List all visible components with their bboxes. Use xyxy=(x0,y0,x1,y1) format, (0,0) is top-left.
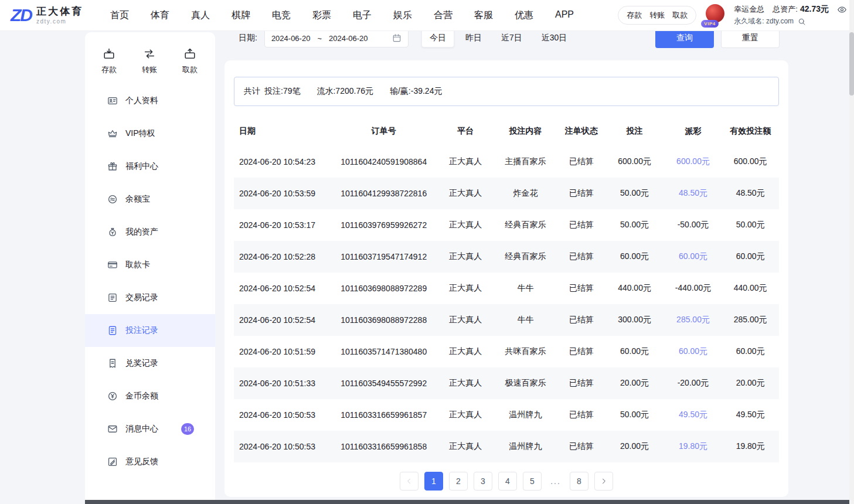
wallet-link[interactable]: 取款 xyxy=(672,10,688,21)
cell-bet-content: 炸金花 xyxy=(493,188,559,199)
cell-status: 已结算 xyxy=(558,441,604,452)
cell-date: 2024-06-20 10:53:17 xyxy=(234,220,329,230)
eye-icon[interactable] xyxy=(837,5,847,15)
sidebar-item[interactable]: 福利中心 xyxy=(85,150,215,183)
nav-item[interactable]: 体育 xyxy=(151,9,169,22)
cell-status: 已结算 xyxy=(558,378,604,389)
scrollbar-thumb[interactable] xyxy=(849,32,854,96)
sidebar-item[interactable]: 投注记录 xyxy=(85,314,215,347)
sidebar-item[interactable]: 意见反馈 xyxy=(85,445,215,478)
brand-logo-mark: ZD xyxy=(11,6,32,24)
date-separator: ~ xyxy=(317,34,322,43)
nav-item[interactable]: 电子 xyxy=(353,9,372,22)
page-button[interactable]: 8 xyxy=(570,472,588,491)
next-page-button[interactable] xyxy=(594,472,613,491)
sidebar-item-label: 消息中心 xyxy=(125,424,158,434)
sidebar-quick-action[interactable]: 转账 xyxy=(142,47,157,75)
nav-item[interactable]: 娱乐 xyxy=(393,9,412,22)
coin-icon xyxy=(107,391,118,401)
cell-payout: -440.00元 xyxy=(665,283,722,294)
table-row: 2024-06-20 10:51:331011603549455572992正大… xyxy=(234,367,779,399)
cell-platform: 正大真人 xyxy=(438,441,493,452)
sidebar-item-label: 我的资产 xyxy=(125,227,158,237)
cell-date: 2024-06-20 10:51:33 xyxy=(234,379,329,388)
page-button[interactable]: 3 xyxy=(474,472,492,491)
sidebar-item[interactable]: 金币余额 xyxy=(85,380,215,413)
sidebar-item[interactable]: 交易记录 xyxy=(85,281,215,314)
nav-item[interactable]: 首页 xyxy=(110,9,129,22)
sidebar-item[interactable]: 余额宝 xyxy=(85,183,215,216)
table-row: 2024-06-20 10:50:531011603316659961857正大… xyxy=(234,399,779,431)
cell-valid-bet: 600.00元 xyxy=(722,156,779,167)
sidebar-item[interactable]: 取款卡 xyxy=(85,248,215,281)
nav-item[interactable]: 棋牌 xyxy=(232,9,250,22)
withdraw-icon xyxy=(183,47,196,60)
query-button[interactable]: 查询 xyxy=(655,28,714,48)
reset-button[interactable]: 重置 xyxy=(721,28,780,48)
quick-range-group: 今日昨日近7日近30日 xyxy=(421,29,575,47)
cell-platform: 正大真人 xyxy=(438,156,493,167)
nav-item[interactable]: 彩票 xyxy=(312,9,331,22)
cell-payout: 49.50元 xyxy=(665,410,722,420)
cell-status: 已结算 xyxy=(558,220,604,230)
sidebar-quick-action[interactable]: 取款 xyxy=(182,47,198,75)
cell-order-number: 1011603698088972289 xyxy=(329,284,438,293)
page-button[interactable]: 1 xyxy=(424,472,443,491)
cell-status: 已结算 xyxy=(558,346,604,357)
range-chip[interactable]: 近30日 xyxy=(533,29,576,47)
nav-item[interactable]: 真人 xyxy=(191,9,210,22)
range-chip[interactable]: 今日 xyxy=(421,29,454,47)
nav-item[interactable]: 客服 xyxy=(474,9,493,22)
unread-badge: 16 xyxy=(181,423,194,435)
nav-item[interactable]: 优惠 xyxy=(515,9,533,22)
wallet-link[interactable]: 存款 xyxy=(627,10,642,21)
deposit-icon xyxy=(103,47,115,60)
cell-platform: 正大真人 xyxy=(438,251,493,262)
cell-bet-content: 主播百家乐 xyxy=(493,156,559,167)
assets-icon xyxy=(107,227,118,237)
table-row: 2024-06-20 10:52:541011603698088972289正大… xyxy=(234,273,779,304)
nav-item[interactable]: APP xyxy=(555,9,574,22)
nav-item[interactable]: 合营 xyxy=(434,9,452,22)
search-icon[interactable] xyxy=(798,18,806,26)
brand-logo[interactable]: ZD 正大体育 zdty.com xyxy=(11,6,83,24)
cell-valid-bet: 285.00元 xyxy=(722,315,779,325)
feedback-icon xyxy=(107,457,118,467)
sidebar-item[interactable]: 个人资料 xyxy=(85,84,215,117)
nav-item[interactable]: 电竞 xyxy=(272,9,291,22)
sidebar-item-label: 交易记录 xyxy=(125,292,158,303)
date-range-input[interactable]: 2024-06-20 ~ 2024-06-20 xyxy=(264,29,409,47)
page-button[interactable]: 5 xyxy=(523,472,542,491)
table-body: 2024-06-20 10:54:231011604240591908864正大… xyxy=(234,146,779,462)
cell-platform: 正大真人 xyxy=(438,188,493,199)
date-filter-label: 日期: xyxy=(239,33,257,43)
prev-page-button[interactable] xyxy=(400,472,419,491)
range-chip[interactable]: 昨日 xyxy=(457,29,490,47)
cell-payout: 600.00元 xyxy=(665,156,722,167)
cell-valid-bet: 440.00元 xyxy=(722,283,779,294)
wallet-link[interactable]: 转账 xyxy=(649,10,665,21)
yuebao-icon xyxy=(107,194,118,205)
vip-badge: VIP4 xyxy=(701,20,718,28)
cell-valid-bet: 48.50元 xyxy=(722,188,779,199)
page-button[interactable]: 4 xyxy=(498,472,517,491)
column-header: 平台 xyxy=(438,126,493,137)
range-chip[interactable]: 近7日 xyxy=(493,29,530,47)
cell-bet-amount: 50.00元 xyxy=(604,410,664,420)
top-navbar: ZD 正大体育 zdty.com 首页体育真人棋牌电竞彩票电子娱乐合营客服优惠A… xyxy=(0,0,854,30)
cell-order-number: 1011603698088972288 xyxy=(329,315,438,325)
cell-platform: 正大真人 xyxy=(438,220,493,230)
sidebar-quick-action[interactable]: 存款 xyxy=(101,47,117,75)
column-header: 投注内容 xyxy=(493,126,559,137)
avatar[interactable]: VIP4 xyxy=(705,2,726,28)
page-button[interactable]: 2 xyxy=(449,472,468,491)
vip-icon xyxy=(107,128,118,139)
sidebar-item-label: 金币余额 xyxy=(125,391,158,401)
sidebar-quick-actions: 存款转账取款 xyxy=(85,32,215,83)
sidebar-item[interactable]: 消息中心16 xyxy=(85,413,215,445)
sidebar-item[interactable]: 我的资产 xyxy=(85,216,215,248)
cell-payout: 285.00元 xyxy=(665,315,722,325)
sidebar: 存款转账取款 个人资料VIP特权福利中心余额宝我的资产取款卡交易记录投注记录兑奖… xyxy=(85,32,215,504)
sidebar-item[interactable]: VIP特权 xyxy=(85,117,215,150)
sidebar-item[interactable]: 兑奖记录 xyxy=(85,347,215,380)
